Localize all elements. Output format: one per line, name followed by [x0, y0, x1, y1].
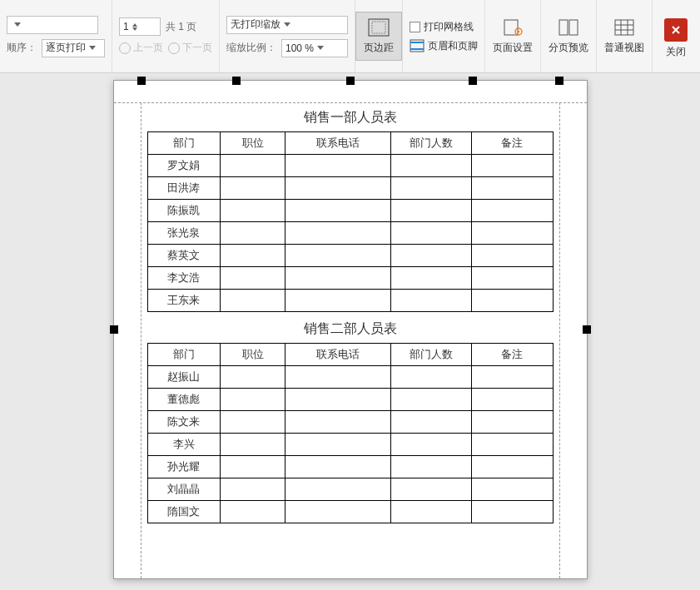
table-cell [390, 200, 471, 222]
header-footer-button[interactable]: 页眉和页脚 [410, 39, 478, 53]
scale-mode-dropdown[interactable]: 无打印缩放 [226, 16, 348, 34]
table-cell [285, 177, 391, 200]
page-break-icon [557, 17, 580, 37]
header-footer-group: 打印网格线 页眉和页脚 [403, 0, 485, 72]
table-cell [221, 411, 285, 434]
table-cell [472, 177, 553, 200]
table-row: 刘晶晶 [147, 478, 553, 501]
table-cell [221, 200, 285, 222]
column-header: 部门 [147, 132, 221, 155]
zoom-group: 无打印缩放 缩放比例： 100 % [220, 0, 355, 72]
margin-handle[interactable] [346, 77, 355, 85]
table-cell [472, 478, 553, 501]
table-cell [390, 456, 471, 478]
page-setup-group: 页面设置 [485, 0, 541, 72]
margins-icon [367, 17, 390, 37]
table-cell [221, 456, 285, 478]
checkbox-icon [410, 22, 420, 32]
table-cell [285, 155, 391, 177]
page-wrapper: 销售一部人员表部门职位联系电话部门人数备注罗文娟田洪涛陈振凯张光泉蔡英文李文浩王… [113, 80, 588, 590]
margin-handle[interactable] [469, 77, 477, 85]
page-preview[interactable]: 销售一部人员表部门职位联系电话部门人数备注罗文娟田洪涛陈振凯张光泉蔡英文李文浩王… [113, 80, 588, 579]
normal-view-group: 普通视图 [597, 0, 653, 72]
table-row: 李兴 [147, 434, 553, 456]
table-cell: 田洪涛 [147, 177, 221, 200]
arrow-left-icon [119, 42, 131, 54]
table-cell: 张光泉 [147, 222, 221, 245]
table-cell [390, 501, 471, 523]
column-header: 职位 [221, 344, 285, 366]
print-gridlines-checkbox[interactable]: 打印网格线 [410, 20, 478, 34]
table-cell [285, 478, 391, 501]
table-cell [221, 222, 285, 245]
table-row: 董德彪 [147, 389, 553, 411]
column-header: 备注 [472, 132, 553, 155]
svg-rect-9 [569, 20, 578, 35]
chevron-down-icon [14, 22, 21, 27]
next-page-button[interactable]: 下一页 [168, 41, 212, 55]
margin-handle[interactable] [555, 77, 563, 85]
order-group: 顺序： 逐页打印 [0, 0, 112, 72]
scale-mode-value: 无打印缩放 [231, 17, 280, 32]
table-cell: 蔡英文 [147, 245, 221, 267]
table-row: 隋国文 [147, 501, 553, 523]
column-header: 职位 [221, 132, 285, 155]
column-header: 联系电话 [285, 132, 391, 155]
margin-handle[interactable] [232, 77, 241, 85]
table-cell: 陈振凯 [147, 200, 221, 222]
normal-view-button[interactable]: 普通视图 [597, 12, 652, 61]
table-cell [221, 434, 285, 456]
table-row: 孙光耀 [147, 456, 553, 478]
table-row: 赵振山 [147, 366, 553, 389]
table-row: 张光泉 [147, 222, 553, 245]
page-setup-button[interactable]: 页面设置 [485, 12, 540, 61]
column-header: 联系电话 [285, 344, 391, 366]
spinner-up-icon[interactable] [132, 23, 137, 27]
zoom-value-dropdown[interactable]: 100 % [281, 39, 348, 57]
chevron-down-icon [317, 46, 324, 50]
page-break-preview-button[interactable]: 分页预览 [541, 12, 596, 61]
table-cell [472, 200, 553, 222]
section-title: 销售二部人员表 [147, 320, 554, 338]
column-header: 部门人数 [390, 132, 471, 155]
table-cell [390, 434, 471, 456]
print-order-dropdown[interactable]: 逐页打印 [42, 39, 105, 57]
spinner-down-icon[interactable] [132, 27, 137, 31]
zoom-label: 缩放比例： [226, 41, 276, 55]
table-cell [390, 290, 471, 312]
header-footer-icon [410, 39, 424, 52]
table-cell [472, 456, 553, 478]
prev-page-button[interactable]: 上一页 [119, 41, 163, 55]
table-cell [221, 501, 285, 523]
table-cell [472, 434, 553, 456]
unnamed-dropdown-1[interactable] [7, 16, 98, 34]
page-number-input[interactable]: 1 [119, 17, 161, 36]
table-cell [472, 389, 553, 411]
table-cell [285, 267, 391, 290]
table-cell [285, 456, 391, 478]
table-cell: 赵振山 [147, 366, 221, 389]
table-cell [390, 411, 471, 434]
close-button[interactable]: 关闭 [653, 7, 699, 65]
margin-handle[interactable] [110, 325, 118, 334]
table-row: 陈振凯 [147, 200, 553, 222]
page-setup-icon [501, 17, 524, 37]
table-cell [472, 222, 553, 245]
table-cell: 李文浩 [147, 267, 221, 290]
margin-handle[interactable] [583, 325, 591, 334]
column-header: 部门人数 [390, 344, 471, 366]
table-cell [221, 290, 285, 312]
table-cell [285, 389, 391, 411]
page-total-label: 共 1 页 [166, 20, 196, 34]
table-row: 王东来 [147, 290, 553, 312]
page-current-value: 1 [123, 21, 129, 32]
margins-button[interactable]: 页边距 [355, 12, 402, 61]
table-cell [285, 366, 391, 389]
svg-point-7 [518, 31, 520, 33]
section-title: 销售一部人员表 [147, 109, 554, 126]
margin-handle[interactable] [137, 77, 146, 85]
table-cell [472, 501, 553, 523]
table-cell: 董德彪 [147, 389, 221, 411]
table-cell [285, 222, 391, 245]
table-cell: 李兴 [147, 434, 221, 456]
